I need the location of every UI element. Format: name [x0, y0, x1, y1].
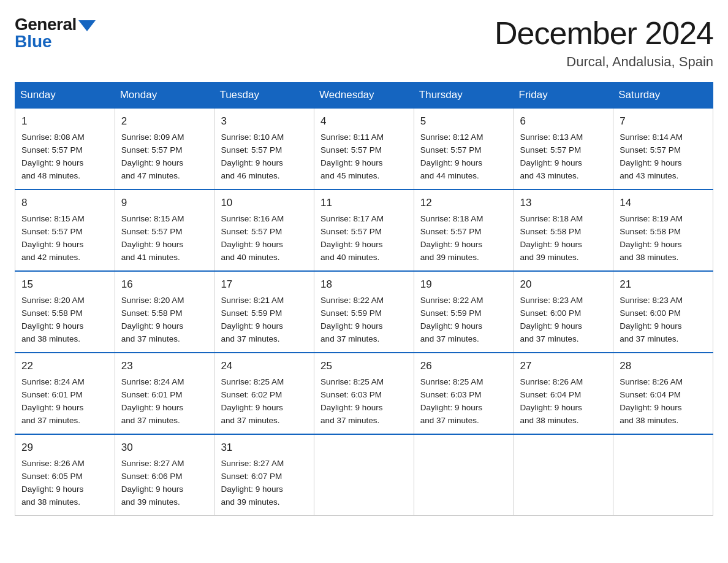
day-info: Sunrise: 8:23 AMSunset: 6:00 PMDaylight:…	[520, 294, 607, 346]
calendar-cell	[414, 434, 514, 516]
day-of-week-header: Thursday	[414, 83, 514, 109]
day-info: Sunrise: 8:21 AMSunset: 5:59 PMDaylight:…	[221, 294, 308, 346]
calendar-cell	[514, 434, 613, 516]
day-number: 10	[221, 195, 308, 211]
calendar-cell: 5Sunrise: 8:12 AMSunset: 5:57 PMDaylight…	[414, 108, 514, 190]
day-info: Sunrise: 8:24 AMSunset: 6:01 PMDaylight:…	[21, 376, 108, 427]
logo-blue-text: Blue	[15, 32, 52, 52]
day-info: Sunrise: 8:22 AMSunset: 5:59 PMDaylight:…	[320, 294, 408, 346]
day-number: 28	[620, 358, 707, 374]
day-number: 30	[121, 440, 208, 456]
day-number: 1	[21, 113, 108, 129]
day-of-week-header: Friday	[514, 83, 613, 109]
day-of-week-header: Monday	[115, 83, 214, 109]
day-number: 11	[320, 195, 408, 211]
day-info: Sunrise: 8:20 AMSunset: 5:58 PMDaylight:…	[21, 294, 108, 346]
calendar-cell: 6Sunrise: 8:13 AMSunset: 5:57 PMDaylight…	[514, 108, 613, 190]
calendar-cell: 22Sunrise: 8:24 AMSunset: 6:01 PMDayligh…	[15, 353, 115, 434]
day-info: Sunrise: 8:19 AMSunset: 5:58 PMDaylight:…	[620, 213, 707, 264]
title-section: December 2024 Durcal, Andalusia, Spain	[495, 15, 713, 70]
day-info: Sunrise: 8:15 AMSunset: 5:57 PMDaylight:…	[21, 213, 108, 264]
calendar-cell: 29Sunrise: 8:26 AMSunset: 6:05 PMDayligh…	[15, 434, 115, 516]
calendar-cell: 23Sunrise: 8:24 AMSunset: 6:01 PMDayligh…	[115, 353, 214, 434]
calendar-cell: 2Sunrise: 8:09 AMSunset: 5:57 PMDaylight…	[115, 108, 214, 190]
day-info: Sunrise: 8:25 AMSunset: 6:03 PMDaylight:…	[420, 376, 507, 427]
days-of-week-row: SundayMondayTuesdayWednesdayThursdayFrid…	[15, 83, 713, 109]
day-info: Sunrise: 8:25 AMSunset: 6:03 PMDaylight:…	[320, 376, 408, 427]
day-info: Sunrise: 8:11 AMSunset: 5:57 PMDaylight:…	[320, 131, 408, 183]
header: General Blue December 2024 Durcal, Andal…	[15, 15, 713, 70]
week-row: 29Sunrise: 8:26 AMSunset: 6:05 PMDayligh…	[15, 434, 713, 516]
day-info: Sunrise: 8:27 AMSunset: 6:07 PMDaylight:…	[221, 458, 308, 509]
calendar-cell: 19Sunrise: 8:22 AMSunset: 5:59 PMDayligh…	[414, 271, 514, 353]
calendar-cell: 7Sunrise: 8:14 AMSunset: 5:57 PMDaylight…	[613, 108, 713, 190]
day-number: 14	[620, 195, 707, 211]
day-info: Sunrise: 8:14 AMSunset: 5:57 PMDaylight:…	[620, 131, 707, 183]
logo-triangle-icon	[78, 20, 96, 31]
day-number: 24	[221, 358, 308, 374]
location: Durcal, Andalusia, Spain	[495, 54, 713, 70]
day-info: Sunrise: 8:10 AMSunset: 5:57 PMDaylight:…	[221, 131, 308, 183]
day-of-week-header: Tuesday	[214, 83, 314, 109]
day-info: Sunrise: 8:25 AMSunset: 6:02 PMDaylight:…	[221, 376, 308, 427]
calendar-cell: 31Sunrise: 8:27 AMSunset: 6:07 PMDayligh…	[214, 434, 314, 516]
day-number: 21	[620, 277, 707, 293]
day-info: Sunrise: 8:26 AMSunset: 6:04 PMDaylight:…	[520, 376, 607, 427]
day-info: Sunrise: 8:16 AMSunset: 5:57 PMDaylight:…	[221, 213, 308, 264]
day-number: 9	[121, 195, 208, 211]
calendar-cell: 28Sunrise: 8:26 AMSunset: 6:04 PMDayligh…	[613, 353, 713, 434]
week-row: 22Sunrise: 8:24 AMSunset: 6:01 PMDayligh…	[15, 353, 713, 434]
calendar-cell: 13Sunrise: 8:18 AMSunset: 5:58 PMDayligh…	[514, 190, 613, 271]
day-number: 6	[520, 113, 607, 129]
day-number: 19	[420, 277, 507, 293]
day-number: 3	[221, 113, 308, 129]
calendar-cell: 11Sunrise: 8:17 AMSunset: 5:57 PMDayligh…	[314, 190, 414, 271]
calendar-cell	[314, 434, 414, 516]
day-number: 13	[520, 195, 607, 211]
day-number: 29	[21, 440, 108, 456]
calendar-cell: 30Sunrise: 8:27 AMSunset: 6:06 PMDayligh…	[115, 434, 214, 516]
day-info: Sunrise: 8:18 AMSunset: 5:57 PMDaylight:…	[420, 213, 507, 264]
day-info: Sunrise: 8:22 AMSunset: 5:59 PMDaylight:…	[420, 294, 507, 346]
day-info: Sunrise: 8:09 AMSunset: 5:57 PMDaylight:…	[121, 131, 208, 183]
calendar-cell: 24Sunrise: 8:25 AMSunset: 6:02 PMDayligh…	[214, 353, 314, 434]
day-number: 18	[320, 277, 408, 293]
day-number: 17	[221, 277, 308, 293]
day-info: Sunrise: 8:08 AMSunset: 5:57 PMDaylight:…	[21, 131, 108, 183]
day-number: 16	[121, 277, 208, 293]
week-row: 8Sunrise: 8:15 AMSunset: 5:57 PMDaylight…	[15, 190, 713, 271]
day-number: 8	[21, 195, 108, 211]
day-info: Sunrise: 8:13 AMSunset: 5:57 PMDaylight:…	[520, 131, 607, 183]
day-number: 27	[520, 358, 607, 374]
calendar-table: SundayMondayTuesdayWednesdayThursdayFrid…	[15, 82, 713, 516]
day-info: Sunrise: 8:12 AMSunset: 5:57 PMDaylight:…	[420, 131, 507, 183]
day-number: 20	[520, 277, 607, 293]
week-row: 15Sunrise: 8:20 AMSunset: 5:58 PMDayligh…	[15, 271, 713, 353]
calendar-cell: 14Sunrise: 8:19 AMSunset: 5:58 PMDayligh…	[613, 190, 713, 271]
calendar-cell: 17Sunrise: 8:21 AMSunset: 5:59 PMDayligh…	[214, 271, 314, 353]
logo: General Blue	[15, 15, 96, 52]
day-number: 22	[21, 358, 108, 374]
calendar-cell: 3Sunrise: 8:10 AMSunset: 5:57 PMDaylight…	[214, 108, 314, 190]
day-number: 7	[620, 113, 707, 129]
calendar-cell: 16Sunrise: 8:20 AMSunset: 5:58 PMDayligh…	[115, 271, 214, 353]
day-info: Sunrise: 8:26 AMSunset: 6:05 PMDaylight:…	[21, 458, 108, 509]
day-number: 12	[420, 195, 507, 211]
page-container: General Blue December 2024 Durcal, Andal…	[15, 15, 713, 516]
calendar-cell: 10Sunrise: 8:16 AMSunset: 5:57 PMDayligh…	[214, 190, 314, 271]
day-number: 23	[121, 358, 208, 374]
day-info: Sunrise: 8:17 AMSunset: 5:57 PMDaylight:…	[320, 213, 408, 264]
day-number: 25	[320, 358, 408, 374]
calendar-cell: 27Sunrise: 8:26 AMSunset: 6:04 PMDayligh…	[514, 353, 613, 434]
calendar-cell: 25Sunrise: 8:25 AMSunset: 6:03 PMDayligh…	[314, 353, 414, 434]
day-of-week-header: Saturday	[613, 83, 713, 109]
calendar-header: SundayMondayTuesdayWednesdayThursdayFrid…	[15, 83, 713, 109]
day-of-week-header: Sunday	[15, 83, 115, 109]
day-number: 31	[221, 440, 308, 456]
calendar-cell: 26Sunrise: 8:25 AMSunset: 6:03 PMDayligh…	[414, 353, 514, 434]
day-info: Sunrise: 8:24 AMSunset: 6:01 PMDaylight:…	[121, 376, 208, 427]
day-number: 5	[420, 113, 507, 129]
calendar-body: 1Sunrise: 8:08 AMSunset: 5:57 PMDaylight…	[15, 108, 713, 516]
calendar-cell: 21Sunrise: 8:23 AMSunset: 6:00 PMDayligh…	[613, 271, 713, 353]
calendar-cell: 15Sunrise: 8:20 AMSunset: 5:58 PMDayligh…	[15, 271, 115, 353]
